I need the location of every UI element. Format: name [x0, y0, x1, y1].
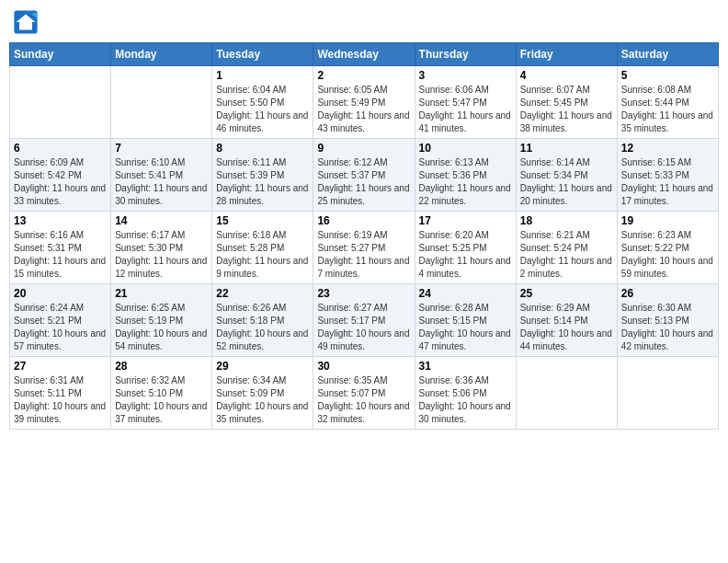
- day-number: 8: [216, 142, 309, 155]
- day-number: 18: [520, 214, 613, 227]
- day-number: 20: [14, 287, 107, 300]
- calendar-cell: 7Sunrise: 6:10 AM Sunset: 5:41 PM Daylig…: [111, 139, 212, 212]
- day-info: Sunrise: 6:15 AM Sunset: 5:33 PM Dayligh…: [621, 156, 714, 208]
- day-info: Sunrise: 6:28 AM Sunset: 5:15 PM Dayligh…: [419, 302, 512, 353]
- calendar-cell: 18Sunrise: 6:21 AM Sunset: 5:24 PM Dayli…: [516, 212, 617, 284]
- page-header: [9, 9, 719, 35]
- day-number: 1: [216, 69, 309, 82]
- calendar-cell: [111, 66, 212, 139]
- day-number: 7: [115, 142, 208, 155]
- calendar-cell: 13Sunrise: 6:16 AM Sunset: 5:31 PM Dayli…: [10, 212, 111, 284]
- day-info: Sunrise: 6:18 AM Sunset: 5:28 PM Dayligh…: [216, 229, 309, 281]
- day-number: 27: [14, 360, 107, 373]
- day-info: Sunrise: 6:35 AM Sunset: 5:07 PM Dayligh…: [317, 374, 410, 426]
- day-number: 23: [317, 287, 410, 300]
- week-row-4: 20Sunrise: 6:24 AM Sunset: 5:21 PM Dayli…: [10, 284, 719, 357]
- day-info: Sunrise: 6:07 AM Sunset: 5:45 PM Dayligh…: [520, 84, 613, 135]
- calendar-table: SundayMondayTuesdayWednesdayThursdayFrid…: [9, 42, 719, 430]
- day-number: 10: [419, 142, 512, 155]
- calendar-cell: 21Sunrise: 6:25 AM Sunset: 5:19 PM Dayli…: [111, 284, 212, 357]
- day-info: Sunrise: 6:19 AM Sunset: 5:27 PM Dayligh…: [317, 229, 410, 281]
- calendar-cell: 23Sunrise: 6:27 AM Sunset: 5:17 PM Dayli…: [313, 284, 415, 357]
- day-info: Sunrise: 6:20 AM Sunset: 5:25 PM Dayligh…: [419, 229, 512, 281]
- calendar-cell: 4Sunrise: 6:07 AM Sunset: 5:45 PM Daylig…: [516, 66, 617, 139]
- day-info: Sunrise: 6:27 AM Sunset: 5:17 PM Dayligh…: [317, 302, 410, 353]
- calendar-cell: 24Sunrise: 6:28 AM Sunset: 5:15 PM Dayli…: [415, 284, 516, 357]
- calendar-cell: 17Sunrise: 6:20 AM Sunset: 5:25 PM Dayli…: [415, 212, 516, 284]
- weekday-header-thursday: Thursday: [415, 43, 516, 66]
- weekday-header-saturday: Saturday: [617, 43, 718, 66]
- day-info: Sunrise: 6:23 AM Sunset: 5:22 PM Dayligh…: [621, 229, 714, 281]
- day-info: Sunrise: 6:10 AM Sunset: 5:41 PM Dayligh…: [115, 156, 208, 208]
- day-number: 28: [115, 360, 208, 373]
- calendar-cell: 3Sunrise: 6:06 AM Sunset: 5:47 PM Daylig…: [415, 66, 516, 139]
- weekday-header-sunday: Sunday: [10, 43, 111, 66]
- day-info: Sunrise: 6:36 AM Sunset: 5:06 PM Dayligh…: [419, 374, 512, 426]
- calendar-cell: 9Sunrise: 6:12 AM Sunset: 5:37 PM Daylig…: [313, 139, 415, 212]
- weekday-header-monday: Monday: [111, 43, 212, 66]
- calendar-cell: 10Sunrise: 6:13 AM Sunset: 5:36 PM Dayli…: [415, 139, 516, 212]
- calendar-cell: 28Sunrise: 6:32 AM Sunset: 5:10 PM Dayli…: [111, 357, 212, 430]
- calendar-cell: 11Sunrise: 6:14 AM Sunset: 5:34 PM Dayli…: [516, 139, 617, 212]
- day-number: 30: [317, 360, 410, 373]
- weekday-header-tuesday: Tuesday: [212, 43, 313, 66]
- calendar-cell: 15Sunrise: 6:18 AM Sunset: 5:28 PM Dayli…: [212, 212, 313, 284]
- logo: [13, 9, 42, 35]
- day-number: 21: [115, 287, 208, 300]
- calendar-cell: 2Sunrise: 6:05 AM Sunset: 5:49 PM Daylig…: [313, 66, 415, 139]
- day-info: Sunrise: 6:09 AM Sunset: 5:42 PM Dayligh…: [14, 156, 107, 208]
- day-info: Sunrise: 6:31 AM Sunset: 5:11 PM Dayligh…: [14, 374, 107, 426]
- weekday-header-row: SundayMondayTuesdayWednesdayThursdayFrid…: [10, 43, 719, 66]
- logo-icon: [13, 9, 39, 35]
- week-row-2: 6Sunrise: 6:09 AM Sunset: 5:42 PM Daylig…: [10, 139, 719, 212]
- day-info: Sunrise: 6:30 AM Sunset: 5:13 PM Dayligh…: [621, 302, 714, 353]
- day-info: Sunrise: 6:26 AM Sunset: 5:18 PM Dayligh…: [216, 302, 309, 353]
- day-number: 17: [419, 214, 512, 227]
- day-number: 26: [621, 287, 714, 300]
- day-info: Sunrise: 6:04 AM Sunset: 5:50 PM Dayligh…: [216, 84, 309, 135]
- day-number: 16: [317, 214, 410, 227]
- day-number: 25: [520, 287, 613, 300]
- calendar-cell: 1Sunrise: 6:04 AM Sunset: 5:50 PM Daylig…: [212, 66, 313, 139]
- day-number: 4: [520, 69, 613, 82]
- day-number: 29: [216, 360, 309, 373]
- day-number: 15: [216, 214, 309, 227]
- day-info: Sunrise: 6:25 AM Sunset: 5:19 PM Dayligh…: [115, 302, 208, 353]
- calendar-cell: 6Sunrise: 6:09 AM Sunset: 5:42 PM Daylig…: [10, 139, 111, 212]
- day-number: 13: [14, 214, 107, 227]
- day-number: 2: [317, 69, 410, 82]
- day-info: Sunrise: 6:16 AM Sunset: 5:31 PM Dayligh…: [14, 229, 107, 281]
- week-row-1: 1Sunrise: 6:04 AM Sunset: 5:50 PM Daylig…: [10, 66, 719, 139]
- day-number: 9: [317, 142, 410, 155]
- calendar-cell: 12Sunrise: 6:15 AM Sunset: 5:33 PM Dayli…: [617, 139, 718, 212]
- calendar-cell: 25Sunrise: 6:29 AM Sunset: 5:14 PM Dayli…: [516, 284, 617, 357]
- day-number: 31: [419, 360, 512, 373]
- day-number: 11: [520, 142, 613, 155]
- day-info: Sunrise: 6:34 AM Sunset: 5:09 PM Dayligh…: [216, 374, 309, 426]
- day-number: 14: [115, 214, 208, 227]
- day-number: 12: [621, 142, 714, 155]
- day-info: Sunrise: 6:17 AM Sunset: 5:30 PM Dayligh…: [115, 229, 208, 281]
- calendar-cell: 29Sunrise: 6:34 AM Sunset: 5:09 PM Dayli…: [212, 357, 313, 430]
- calendar-cell: 8Sunrise: 6:11 AM Sunset: 5:39 PM Daylig…: [212, 139, 313, 212]
- day-number: 3: [419, 69, 512, 82]
- day-info: Sunrise: 6:08 AM Sunset: 5:44 PM Dayligh…: [621, 84, 714, 135]
- day-info: Sunrise: 6:24 AM Sunset: 5:21 PM Dayligh…: [14, 302, 107, 353]
- calendar-cell: [617, 357, 718, 430]
- day-number: 24: [419, 287, 512, 300]
- day-info: Sunrise: 6:32 AM Sunset: 5:10 PM Dayligh…: [115, 374, 208, 426]
- day-info: Sunrise: 6:13 AM Sunset: 5:36 PM Dayligh…: [419, 156, 512, 208]
- calendar-cell: 31Sunrise: 6:36 AM Sunset: 5:06 PM Dayli…: [415, 357, 516, 430]
- day-info: Sunrise: 6:21 AM Sunset: 5:24 PM Dayligh…: [520, 229, 613, 281]
- calendar-cell: 14Sunrise: 6:17 AM Sunset: 5:30 PM Dayli…: [111, 212, 212, 284]
- week-row-3: 13Sunrise: 6:16 AM Sunset: 5:31 PM Dayli…: [10, 212, 719, 284]
- calendar-cell: 5Sunrise: 6:08 AM Sunset: 5:44 PM Daylig…: [617, 66, 718, 139]
- calendar-cell: [516, 357, 617, 430]
- calendar-cell: 30Sunrise: 6:35 AM Sunset: 5:07 PM Dayli…: [313, 357, 415, 430]
- day-info: Sunrise: 6:06 AM Sunset: 5:47 PM Dayligh…: [419, 84, 512, 135]
- calendar-cell: 20Sunrise: 6:24 AM Sunset: 5:21 PM Dayli…: [10, 284, 111, 357]
- calendar-cell: 27Sunrise: 6:31 AM Sunset: 5:11 PM Dayli…: [10, 357, 111, 430]
- day-info: Sunrise: 6:05 AM Sunset: 5:49 PM Dayligh…: [317, 84, 410, 135]
- day-number: 19: [621, 214, 714, 227]
- calendar-cell: [10, 66, 111, 139]
